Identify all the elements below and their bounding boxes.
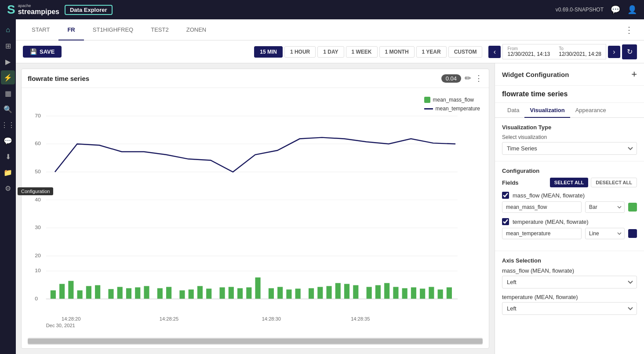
- chart-edit-button[interactable]: ✏: [465, 73, 471, 83]
- field-name-temperature[interactable]: [502, 228, 582, 239]
- user-icon[interactable]: 👤: [627, 5, 637, 15]
- svg-rect-52: [402, 288, 408, 299]
- svg-rect-56: [438, 289, 443, 299]
- time-btn-1month[interactable]: 1 MONTH: [379, 46, 415, 58]
- time-btn-custom[interactable]: CUSTOM: [448, 46, 483, 58]
- content-area: flowrate time series 0.04 ✏ ⋮ mean_mass_…: [16, 63, 644, 354]
- tab-st1highfreq[interactable]: ST1HIGHFREQ: [84, 20, 142, 40]
- chart-scrollbar-thumb[interactable]: [28, 339, 483, 344]
- time-btn-1hour[interactable]: 1 HOUR: [284, 46, 316, 58]
- field-checkbox-row-2: temperature (MEAN, flowrate): [502, 218, 637, 225]
- sidebar-settings[interactable]: ⚙ Configuration: [1, 181, 15, 195]
- version-text: v0.69.0-SNAPSHOT: [556, 7, 604, 13]
- sidebar-download[interactable]: ⬇: [1, 150, 15, 164]
- viz-select-label: Select visualization: [502, 134, 637, 140]
- date-range-area: ‹ From 12/30/2021, 14:13 To 12/30/2021, …: [488, 44, 637, 59]
- chart-legend: mean_mass_flow mean_temperature: [424, 97, 480, 112]
- field-checkbox-mass-flow[interactable]: [502, 192, 509, 199]
- axis-label-mass-flow: mass_flow (MEAN, flowrate): [502, 267, 637, 274]
- svg-rect-44: [326, 286, 331, 299]
- axis-section-title: Axis Selection: [502, 257, 637, 264]
- date-from-item: From 12/30/2021, 14:13: [507, 46, 550, 57]
- svg-rect-41: [295, 288, 301, 299]
- field-color-temperature[interactable]: [628, 229, 637, 238]
- svg-rect-57: [447, 287, 452, 299]
- logo: S apache streampipes: [7, 3, 59, 17]
- time-controls: 15 MIN 1 HOUR 1 DAY 1 WEEK 1 MONTH 1 YEA…: [254, 44, 637, 59]
- sidebar-analytics[interactable]: ▦: [1, 86, 15, 100]
- svg-rect-37: [255, 277, 261, 299]
- field-checkbox-temperature[interactable]: [502, 218, 509, 225]
- save-button[interactable]: 💾 SAVE: [23, 46, 62, 58]
- config-tab-appearance[interactable]: Appearance: [570, 103, 611, 118]
- field-name-mass-flow[interactable]: [502, 201, 582, 213]
- chart-more-button[interactable]: ⋮: [475, 73, 483, 83]
- sidebar-home[interactable]: ⌂: [1, 23, 15, 37]
- logo-apache: apache: [18, 4, 59, 8]
- tab-zonen[interactable]: ZONEN: [178, 20, 215, 40]
- svg-rect-45: [335, 283, 341, 299]
- svg-rect-36: [246, 287, 251, 299]
- date-prev-button[interactable]: ‹: [488, 46, 501, 58]
- field-color-mass-flow[interactable]: [628, 203, 637, 212]
- tab-test2[interactable]: TEST2: [142, 20, 177, 40]
- svg-rect-16: [51, 290, 56, 299]
- config-tab-visualization[interactable]: Visualization: [524, 103, 570, 118]
- config-tab-data[interactable]: Data: [502, 103, 524, 118]
- svg-rect-20: [86, 286, 91, 299]
- time-btn-15min[interactable]: 15 MIN: [254, 46, 283, 58]
- time-btn-1day[interactable]: 1 DAY: [317, 46, 344, 58]
- svg-rect-51: [393, 287, 398, 299]
- svg-rect-33: [220, 287, 225, 299]
- notification-icon[interactable]: 💬: [611, 5, 620, 15]
- chart-scrollbar[interactable]: [28, 338, 483, 345]
- sidebar-dashboard[interactable]: ⊞: [1, 39, 15, 53]
- config-panel-add-button[interactable]: +: [631, 69, 637, 80]
- svg-text:40: 40: [35, 197, 41, 203]
- tabs-more-button[interactable]: ⋮: [621, 25, 637, 35]
- viz-type-section: Visualization Type Select visualization …: [495, 118, 644, 161]
- sidebar-chat[interactable]: 💬: [1, 134, 15, 148]
- logo-text-block: apache streampipes: [18, 4, 59, 16]
- time-btn-1year[interactable]: 1 YEAR: [416, 46, 447, 58]
- svg-rect-40: [286, 289, 291, 299]
- field-type-mass-flow[interactable]: Bar: [585, 201, 625, 213]
- toolbar: 💾 SAVE 15 MIN 1 HOUR 1 DAY 1 WEEK 1 MONT…: [16, 40, 644, 63]
- date-next-button[interactable]: ›: [608, 46, 620, 58]
- svg-text:14:28:35: 14:28:35: [351, 316, 370, 321]
- config-widget-title: flowrate time series: [495, 86, 644, 103]
- field-type-temperature[interactable]: Line: [585, 228, 625, 239]
- sidebar-folder[interactable]: 📁: [1, 165, 15, 179]
- sidebar-pipeline[interactable]: ▶: [1, 55, 15, 69]
- chart-body: mean_mass_flow mean_temperature 70 60 50: [22, 88, 489, 338]
- axis-select-temperature[interactable]: Left: [502, 302, 637, 315]
- refresh-button[interactable]: ↻: [622, 44, 637, 59]
- select-all-button[interactable]: SELECT ALL: [550, 178, 588, 187]
- legend-label-temperature: mean_temperature: [436, 106, 480, 112]
- svg-rect-24: [126, 288, 131, 299]
- date-to-item: To 12/30/2021, 14:28: [559, 46, 601, 57]
- tab-bar: START FR ST1HIGHFREQ TEST2 ZONEN ⋮: [16, 19, 644, 40]
- field-config-row-2: Line: [502, 228, 637, 239]
- time-btn-1week[interactable]: 1 WEEK: [346, 46, 378, 58]
- viz-type-title: Visualization Type: [502, 124, 637, 131]
- time-filters: 15 MIN 1 HOUR 1 DAY 1 WEEK 1 MONTH 1 YEA…: [254, 46, 482, 58]
- axis-select-mass-flow[interactable]: Left: [502, 276, 637, 288]
- sidebar-search[interactable]: 🔍: [1, 102, 15, 116]
- tab-fr[interactable]: FR: [58, 20, 84, 40]
- logo-s-icon: S: [7, 3, 15, 17]
- viz-type-select[interactable]: Time Series: [502, 142, 637, 155]
- field-item-mass-flow: mass_flow (MEAN, flowrate) Bar: [502, 192, 637, 213]
- navbar-right: v0.69.0-SNAPSHOT 💬 👤: [556, 5, 637, 15]
- svg-rect-23: [117, 287, 123, 299]
- svg-rect-30: [189, 289, 194, 299]
- navbar-left: S apache streampipes Data Explorer: [7, 3, 113, 17]
- sidebar-apps[interactable]: ⋮⋮: [1, 118, 15, 132]
- config-panel-header: Widget Configuration +: [495, 63, 644, 86]
- svg-text:70: 70: [35, 113, 41, 119]
- deselect-all-button[interactable]: DESELECT ALL: [591, 178, 637, 187]
- tab-start[interactable]: START: [23, 20, 58, 40]
- field-label-temperature: temperature (MEAN, flowrate): [513, 219, 589, 225]
- sidebar-connect[interactable]: ⚡: [1, 70, 15, 84]
- svg-rect-48: [367, 287, 372, 299]
